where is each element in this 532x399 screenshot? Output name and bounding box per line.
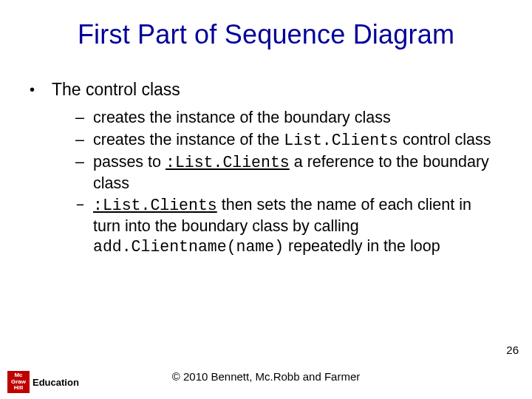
sub-bullet: – passes to :List.Clients a reference to…: [75, 152, 502, 194]
bullet-dot: •: [30, 78, 52, 100]
publisher-logo: Mc Graw Hill Education: [7, 371, 79, 393]
code-text: :List.Clients: [93, 197, 217, 214]
sub-bullet-list: – creates the instance of the boundary c…: [30, 108, 502, 258]
dash-icon: –: [75, 108, 93, 129]
logo-word: Education: [33, 377, 79, 388]
sub-text: :List.Clients then sets the name of each…: [93, 195, 502, 258]
dash-icon: –: [75, 130, 93, 151]
bullet-main-text: The control class: [52, 78, 180, 100]
sub-text: creates the instance of the List.Clients…: [93, 130, 502, 151]
bullet-main: • The control class: [30, 78, 502, 100]
slide-title: First Part of Sequence Diagram: [0, 0, 532, 64]
dash-icon: –: [75, 152, 93, 194]
code-text: :List.Clients: [166, 154, 290, 171]
sub-bullet: – :List.Clients then sets the name of ea…: [75, 195, 502, 258]
code-text: List.Clients: [284, 132, 398, 149]
page-number: 26: [506, 344, 519, 356]
sub-bullet: – creates the instance of the boundary c…: [75, 108, 502, 129]
sub-bullet: – creates the instance of the List.Clien…: [75, 130, 502, 151]
logo-mark-icon: Mc Graw Hill: [7, 371, 30, 393]
sub-text: passes to :List.Clients a reference to t…: [93, 152, 502, 194]
dash-icon: –: [75, 195, 93, 258]
code-text: add.Clientname(name): [93, 238, 284, 256]
copyright-text: © 2010 Bennett, Mc.Robb and Farmer: [0, 370, 532, 383]
slide-body: • The control class – creates the instan…: [0, 64, 532, 258]
sub-text: creates the instance of the boundary cla…: [93, 108, 502, 129]
